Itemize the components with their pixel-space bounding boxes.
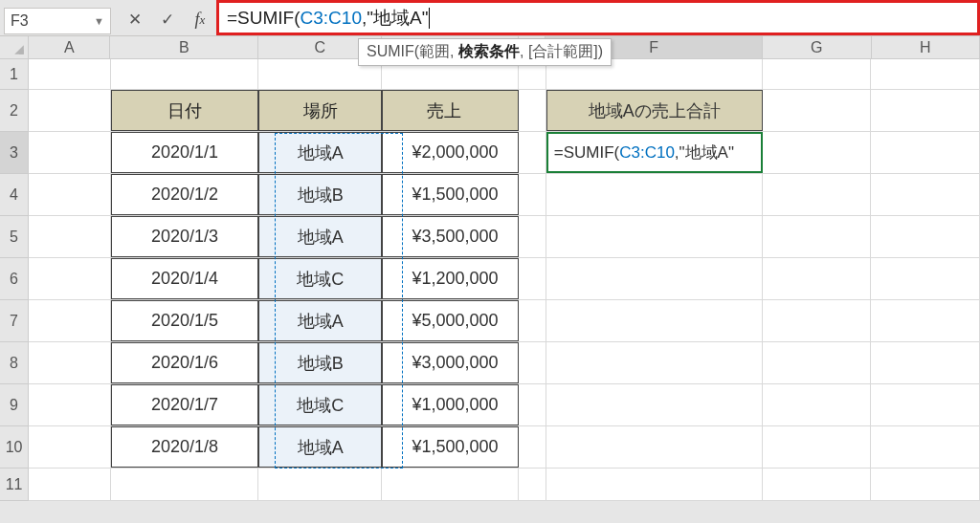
cell-F4[interactable]: [546, 174, 763, 215]
row-header-9[interactable]: 9: [0, 384, 29, 426]
row-header-6[interactable]: 6: [0, 258, 29, 300]
cell-D10[interactable]: ¥1,500,000: [382, 426, 519, 468]
cell-B11[interactable]: [111, 469, 259, 500]
cell-C9[interactable]: 地域C: [258, 384, 382, 425]
cell-A9[interactable]: [29, 384, 110, 425]
cell-C11[interactable]: [258, 469, 382, 500]
cell-D7[interactable]: ¥5,000,000: [382, 300, 519, 341]
cell-B5[interactable]: 2020/1/3: [111, 216, 259, 257]
cell-E7[interactable]: [519, 300, 546, 341]
cell-A6[interactable]: [29, 258, 110, 299]
cell-G5[interactable]: [763, 216, 872, 257]
col-header-B[interactable]: B: [110, 36, 258, 58]
row-header-11[interactable]: 11: [0, 469, 29, 501]
row-header-7[interactable]: 7: [0, 300, 29, 342]
cell-H4[interactable]: [871, 174, 980, 215]
cell-C4[interactable]: 地域B: [258, 174, 382, 215]
cell-F11[interactable]: [546, 469, 763, 500]
cell-C2[interactable]: 場所: [258, 90, 382, 131]
cell-A2[interactable]: [29, 90, 110, 131]
col-header-G[interactable]: G: [763, 36, 871, 58]
cell-H7[interactable]: [871, 300, 980, 341]
cell-F6[interactable]: [546, 258, 763, 299]
cell-F5[interactable]: [546, 216, 763, 257]
cell-F9[interactable]: [546, 384, 763, 425]
cell-D2[interactable]: 売上: [382, 90, 519, 131]
cell-F2[interactable]: 地域Aの売上合計: [546, 90, 763, 131]
cell-D3[interactable]: ¥2,000,000: [382, 132, 519, 173]
row-header-10[interactable]: 10: [0, 426, 29, 469]
row-header-4[interactable]: 4: [0, 174, 29, 216]
cell-A1[interactable]: [29, 59, 110, 89]
insert-function-button[interactable]: fx: [184, 7, 216, 33]
cell-G2[interactable]: [763, 90, 872, 131]
cancel-formula-button[interactable]: ✕: [119, 7, 151, 33]
cell-B2[interactable]: 日付: [111, 90, 259, 131]
cell-F7[interactable]: [546, 300, 763, 341]
cell-E3[interactable]: [519, 132, 546, 173]
spreadsheet-grid[interactable]: A B C D E F G H SUMIF(範囲, 検索条件, [合計範囲]) …: [0, 36, 980, 501]
cell-A10[interactable]: [29, 426, 110, 468]
cell-A7[interactable]: [29, 300, 110, 341]
cell-D11[interactable]: [382, 469, 518, 500]
cell-B3[interactable]: 2020/1/1: [111, 132, 259, 173]
cell-C10[interactable]: 地域A: [258, 426, 382, 468]
cell-C7[interactable]: 地域A: [258, 300, 382, 341]
row-header-8[interactable]: 8: [0, 342, 29, 384]
cell-G1[interactable]: [763, 59, 872, 89]
cell-A4[interactable]: [29, 174, 110, 215]
cell-A8[interactable]: [29, 342, 110, 383]
cell-A11[interactable]: [29, 469, 110, 500]
col-header-H[interactable]: H: [872, 36, 980, 58]
cell-H3[interactable]: [871, 132, 980, 173]
cell-H11[interactable]: [871, 469, 980, 500]
cell-F3-editing[interactable]: =SUMIF(C3:C10,"地域A": [546, 132, 763, 173]
cell-H5[interactable]: [871, 216, 980, 257]
cell-G4[interactable]: [763, 174, 872, 215]
col-header-A[interactable]: A: [29, 36, 110, 58]
cell-H2[interactable]: [871, 90, 980, 131]
select-all-corner[interactable]: [0, 36, 29, 58]
cell-E11[interactable]: [519, 469, 546, 500]
name-box[interactable]: F3 ▼: [4, 8, 111, 34]
cell-G7[interactable]: [763, 300, 872, 341]
cell-E8[interactable]: [519, 342, 546, 383]
cell-B8[interactable]: 2020/1/6: [111, 342, 259, 383]
cell-B1[interactable]: [111, 59, 259, 89]
cell-E5[interactable]: [519, 216, 546, 257]
cell-E9[interactable]: [519, 384, 546, 425]
cell-E4[interactable]: [519, 174, 546, 215]
cell-B10[interactable]: 2020/1/8: [111, 426, 259, 468]
cell-G10[interactable]: [763, 426, 872, 468]
chevron-down-icon[interactable]: ▼: [94, 15, 104, 27]
cell-A5[interactable]: [29, 216, 110, 257]
row-header-3[interactable]: 3: [0, 132, 29, 174]
cell-H10[interactable]: [871, 426, 980, 468]
cell-C6[interactable]: 地域C: [258, 258, 382, 299]
cell-E10[interactable]: [519, 426, 546, 468]
cell-D8[interactable]: ¥3,000,000: [382, 342, 519, 383]
row-header-1[interactable]: 1: [0, 59, 29, 90]
cell-B6[interactable]: 2020/1/4: [111, 258, 259, 299]
cell-E2[interactable]: [519, 90, 546, 131]
cell-B9[interactable]: 2020/1/7: [111, 384, 259, 425]
cell-D9[interactable]: ¥1,000,000: [382, 384, 519, 425]
cell-F10[interactable]: [546, 426, 763, 468]
cell-F8[interactable]: [546, 342, 763, 383]
cell-C3[interactable]: 地域A: [258, 132, 382, 173]
accept-formula-button[interactable]: ✓: [151, 7, 184, 33]
cell-G11[interactable]: [763, 469, 872, 500]
cell-G9[interactable]: [763, 384, 872, 425]
cell-B4[interactable]: 2020/1/2: [111, 174, 259, 215]
cell-E6[interactable]: [519, 258, 546, 299]
cell-G8[interactable]: [763, 342, 872, 383]
cell-H9[interactable]: [871, 384, 980, 425]
cell-H1[interactable]: [871, 59, 980, 89]
cell-D5[interactable]: ¥3,500,000: [382, 216, 519, 257]
cell-G6[interactable]: [763, 258, 872, 299]
cell-D4[interactable]: ¥1,500,000: [382, 174, 519, 215]
cell-G3[interactable]: [763, 132, 872, 173]
formula-input[interactable]: =SUMIF(C3:C10,"地域A": [216, 0, 980, 35]
cell-C8[interactable]: 地域B: [258, 342, 382, 383]
cell-H6[interactable]: [871, 258, 980, 299]
